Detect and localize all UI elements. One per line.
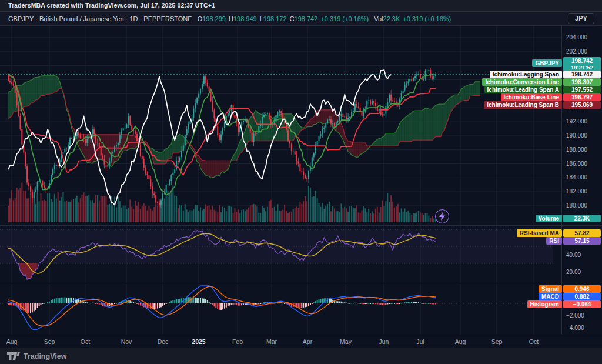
footer-bar: TradingView [0,348,602,364]
time-tick: Aug [455,338,466,345]
symbol-price-value-pill: 198.74219:21:52 [563,57,601,71]
lightning-icon [439,212,446,221]
symbol-title[interactable]: GBPJPY · British Pound / Japanese Yen · … [8,15,192,22]
attribution-bar: TradersMBA created with TradingView.com,… [0,0,602,11]
currency-toggle-button[interactable]: JPY [568,13,594,24]
price-tick: 186.000 [566,161,587,167]
ohlc-high-label: H [229,15,233,22]
panel-separator[interactable] [0,225,602,226]
time-tick: Apr [303,338,312,345]
time-tick: Oct [81,338,90,345]
volume-change-value: +0.319 (+0.16%) [403,15,451,22]
quick-trade-lightning-button[interactable] [435,209,449,223]
price-tick: 190.000 [566,132,587,139]
macd-tick: −2.000 [566,312,584,319]
time-tick: Oct [529,338,539,345]
tradingview-chart-window: TradersMBA created with TradingView.com,… [0,0,602,364]
tag-signal: Signal 0.946 [537,285,601,293]
time-tick: Mar [266,338,277,345]
ohlc-low-value: 198.172 [263,15,287,22]
tag-ichimoku-span-a: Ichimoku:Leading Span A 197.552 [483,86,601,93]
time-tick: Jun [379,338,389,345]
tag-volume: Volume 22.3K [534,215,601,222]
macd-tick: −4.000 [566,325,584,331]
price-tick: 192.000 [566,118,587,125]
tag-histogram: Histogram −0.064 [526,300,601,308]
volume-value: 22.3K [383,15,400,22]
ohlc-open-value: 198.299 [202,15,226,22]
tag-ichimoku-conversion: Ichimoku:Conversion Line 198.307 [481,78,601,86]
tag-rsi: RSI 57.15 [545,237,601,245]
time-tick: Feb [232,338,243,345]
price-panel-canvas[interactable] [0,26,561,225]
bar-countdown: 19:21:52 [571,64,593,71]
time-axis[interactable]: AugSepOctNovDec2025FebMarAprMayJunJulAug… [0,335,602,348]
rsi-tick: 40.00 [566,252,581,258]
time-tick: Jul [416,338,424,345]
time-tick: 2025 [192,338,205,345]
time-tick: Sep [491,338,503,345]
ohlc-high-value: 198.949 [233,15,257,22]
time-tick: Aug [6,338,18,345]
symbol-info-bar[interactable]: GBPJPY · British Pound / Japanese Yen · … [0,11,602,26]
volume-label: Vol [374,15,383,22]
tradingview-logo-icon[interactable] [7,352,20,360]
tag-ichimoku-lagging: Ichimoku:Lagging Span 198.742 [489,71,601,78]
time-tick: Sep [44,338,55,345]
macd-panel-canvas[interactable] [0,284,561,335]
tag-rsi-ma: RSI-based MA 57.82 [516,229,601,237]
time-tick: Dec [158,338,169,345]
rsi-panel-canvas[interactable] [0,226,561,283]
panel-separator[interactable] [0,283,602,283]
tag-macd: MACD 0.882 [537,293,601,300]
price-tick: 182.000 [566,188,587,195]
time-tick: Nov [121,338,132,345]
price-tick: 184.000 [566,174,587,181]
tradingview-brand-text[interactable]: TradingView [24,352,66,360]
price-tick: 204.000 [566,34,587,41]
tag-ichimoku-base: Ichimoku:Base Line 196.797 [500,93,601,101]
ohlc-close-value: 198.742 [295,15,318,22]
ohlc-close-label: C [290,15,295,22]
price-tick: 202.000 [566,48,587,55]
change-value: +0.319 (+0.16%) [320,15,369,22]
symbol-price-name-pill: GBPJPY [532,59,562,67]
rsi-tick: 20.00 [566,269,581,275]
price-tick: 188.000 [566,146,587,153]
tag-ichimoku-span-b: Ichimoku:Leading Span B 195.069 [483,101,601,109]
tag-symbol-price: GBPJPY 198.74219:21:52 [531,57,601,71]
ohlc-open-label: O [198,15,203,22]
price-tick: 180.000 [566,202,587,209]
time-tick: May [340,338,352,345]
